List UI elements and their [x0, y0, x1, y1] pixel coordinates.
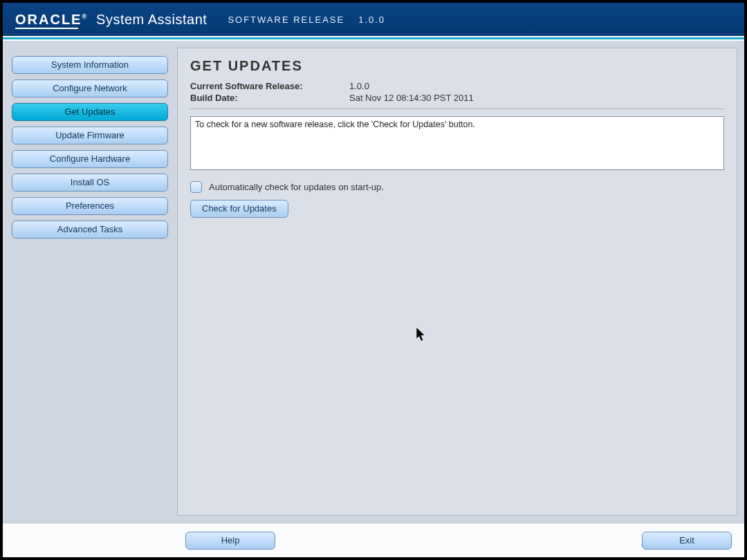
header-accent-strip: [3, 36, 744, 41]
app-footer: Help Exit: [3, 523, 744, 557]
update-message-box: To check for a new software release, cli…: [190, 116, 724, 170]
brand-name: ORACLE: [15, 12, 82, 27]
check-for-updates-button[interactable]: Check for Updates: [190, 200, 288, 218]
auto-check-checkbox[interactable]: [190, 181, 202, 193]
build-date-value: Sat Nov 12 08:14:30 PST 2011: [349, 93, 474, 103]
current-release-row: Current Software Release: 1.0.0: [190, 81, 724, 91]
build-date-row: Build Date: Sat Nov 12 08:14:30 PST 2011: [190, 93, 724, 103]
auto-check-row: Automatically check for updates on start…: [190, 181, 724, 193]
product-name: System Assistant: [96, 12, 207, 28]
sidebar-nav: System InformationConfigure NetworkGet U…: [3, 41, 177, 523]
exit-button[interactable]: Exit: [642, 532, 732, 550]
help-button[interactable]: Help: [185, 532, 275, 550]
sidebar-item-system-information[interactable]: System Information: [12, 56, 168, 74]
auto-check-label: Automatically check for updates on start…: [209, 182, 384, 192]
mouse-cursor-icon: [416, 328, 426, 342]
sidebar-item-advanced-tasks[interactable]: Advanced Tasks: [12, 221, 168, 239]
app-body: System InformationConfigure NetworkGet U…: [3, 41, 744, 523]
build-date-label: Build Date:: [190, 93, 349, 103]
sidebar-item-preferences[interactable]: Preferences: [12, 197, 168, 215]
sidebar-item-update-firmware[interactable]: Update Firmware: [12, 127, 168, 144]
main-panel: GET UPDATES Current Software Release: 1.…: [177, 48, 737, 516]
sidebar-item-install-os[interactable]: Install OS: [12, 174, 168, 192]
sidebar-item-configure-hardware[interactable]: Configure Hardware: [12, 150, 168, 168]
brand-logo: ORACLE® System Assistant SOFTWARE RELEAS…: [15, 12, 385, 28]
brand-wordmark: ORACLE®: [15, 12, 86, 28]
app-header: ORACLE® System Assistant SOFTWARE RELEAS…: [3, 3, 744, 36]
divider: [190, 109, 724, 109]
trademark-symbol: ®: [82, 13, 86, 20]
current-release-value: 1.0.0: [349, 81, 369, 91]
current-release-label: Current Software Release:: [190, 81, 349, 91]
page-title: GET UPDATES: [190, 58, 724, 74]
sidebar-item-get-updates[interactable]: Get Updates: [12, 103, 168, 121]
software-release-label: SOFTWARE RELEASE: [228, 15, 344, 25]
sidebar-item-configure-network[interactable]: Configure Network: [12, 80, 168, 97]
software-release-version: 1.0.0: [358, 15, 385, 25]
